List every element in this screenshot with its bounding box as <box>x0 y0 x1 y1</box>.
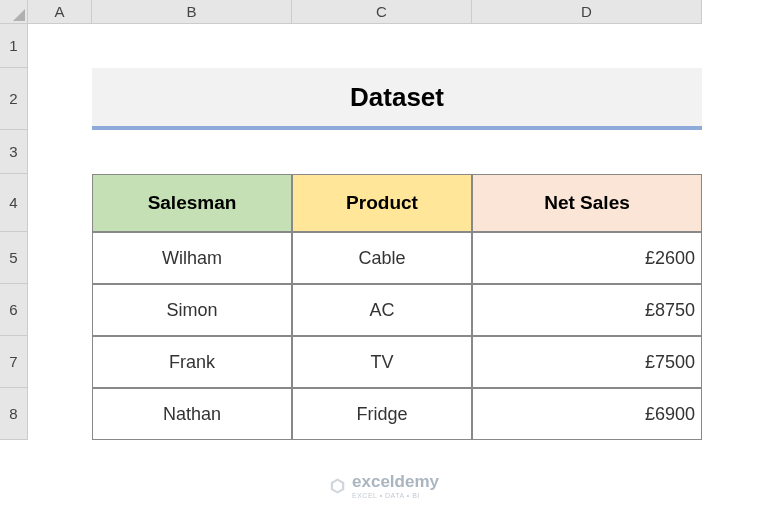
row-header-7[interactable]: 7 <box>0 336 28 388</box>
watermark: exceldemy EXCEL • DATA • BI <box>328 472 439 499</box>
cell-product-2[interactable]: TV <box>292 336 472 388</box>
watermark-name: exceldemy <box>352 472 439 491</box>
header-product[interactable]: Product <box>292 174 472 232</box>
row-header-2[interactable]: 2 <box>0 68 28 130</box>
header-netsales[interactable]: Net Sales <box>472 174 702 232</box>
cell-salesman-0[interactable]: Wilham <box>92 232 292 284</box>
row-headers-col: 1 2 3 4 5 6 7 8 <box>0 24 28 440</box>
spreadsheet: A B C D 1 2 3 4 5 6 7 8 Dataset Salesman… <box>0 0 767 513</box>
col-header-b[interactable]: B <box>92 0 292 24</box>
row-header-3[interactable]: 3 <box>0 130 28 174</box>
col-header-a[interactable]: A <box>28 0 92 24</box>
cell-netsales-3[interactable]: £6900 <box>472 388 702 440</box>
col-header-d[interactable]: D <box>472 0 702 24</box>
row-header-1[interactable]: 1 <box>0 24 28 68</box>
row-header-4[interactable]: 4 <box>0 174 28 232</box>
cell-product-1[interactable]: AC <box>292 284 472 336</box>
cell-salesman-1[interactable]: Simon <box>92 284 292 336</box>
watermark-text: exceldemy EXCEL • DATA • BI <box>352 472 439 499</box>
col-header-c[interactable]: C <box>292 0 472 24</box>
cell-product-3[interactable]: Fridge <box>292 388 472 440</box>
cell-salesman-3[interactable]: Nathan <box>92 388 292 440</box>
row-header-8[interactable]: 8 <box>0 388 28 440</box>
select-all-corner[interactable] <box>0 0 28 24</box>
title-cell[interactable]: Dataset <box>92 68 702 130</box>
watermark-sub: EXCEL • DATA • BI <box>352 492 439 499</box>
row-header-6[interactable]: 6 <box>0 284 28 336</box>
header-salesman[interactable]: Salesman <box>92 174 292 232</box>
cell-netsales-0[interactable]: £2600 <box>472 232 702 284</box>
cell-netsales-1[interactable]: £8750 <box>472 284 702 336</box>
row-header-5[interactable]: 5 <box>0 232 28 284</box>
column-headers-row: A B C D <box>28 0 767 24</box>
cell-product-0[interactable]: Cable <box>292 232 472 284</box>
cell-salesman-2[interactable]: Frank <box>92 336 292 388</box>
hexagon-icon <box>328 477 346 495</box>
cell-netsales-2[interactable]: £7500 <box>472 336 702 388</box>
